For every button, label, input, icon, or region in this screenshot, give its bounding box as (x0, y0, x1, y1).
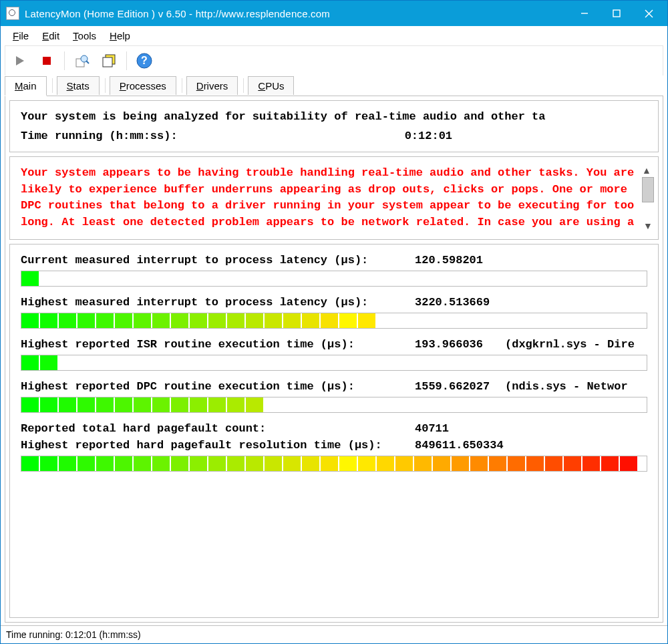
menu-help[interactable]: Help (103, 29, 137, 43)
svg-line-8 (86, 61, 89, 63)
summary-panel: Your system is being analyzed for suitab… (9, 100, 659, 152)
metric-row: Highest reported ISR routine execution t… (21, 338, 647, 371)
metric-value: 1559.662027 (415, 380, 505, 393)
svg-rect-5 (43, 57, 51, 65)
metric-label: Highest reported ISR routine execution t… (21, 338, 415, 351)
svg-marker-4 (16, 56, 24, 65)
client-area: Your system is being analyzed for suitab… (5, 96, 663, 623)
tab-stats[interactable]: Stats (57, 76, 100, 95)
start-button[interactable] (11, 51, 29, 70)
pagefault-count-label: Reported total hard pagefault count: (21, 422, 415, 435)
menu-tools[interactable]: Tools (66, 29, 103, 43)
metric-value: 3220.513669 (415, 296, 505, 309)
metric-row: Highest reported DPC routine execution t… (21, 380, 647, 413)
menu-file[interactable]: File (6, 29, 35, 43)
tab-drivers[interactable]: Drivers (186, 76, 238, 95)
app-icon (6, 7, 19, 20)
minimize-button[interactable] (568, 1, 601, 26)
metric-row: Current measured interrupt to process la… (21, 254, 647, 287)
metric-bar (21, 271, 647, 287)
menu-bar: FileEditToolsHelp (1, 26, 667, 45)
warning-scrollbar[interactable]: ▲ ▼ (641, 165, 655, 231)
pagefault-bar (21, 456, 647, 472)
pagefault-time-value: 849611.650334 (415, 439, 505, 452)
metric-label: Highest measured interrupt to process la… (21, 296, 415, 309)
tab-processes[interactable]: Processes (110, 76, 176, 95)
metric-source: (ndis.sys - Networ (505, 380, 647, 393)
close-button[interactable] (633, 1, 665, 26)
metric-row: Highest measured interrupt to process la… (21, 296, 647, 329)
summary-line: Your system is being analyzed for suitab… (21, 110, 647, 123)
svg-rect-10 (103, 57, 112, 67)
toolbar: ? (5, 45, 663, 75)
time-running-label: Time running (h:mm:ss): (21, 130, 178, 142)
windows-tool-icon[interactable] (100, 51, 118, 70)
title-bar[interactable]: LatencyMon (Home Edition ) v 6.50 - http… (1, 1, 667, 26)
warning-text: Your system appears to be having trouble… (21, 165, 641, 231)
svg-rect-1 (613, 10, 620, 17)
help-button[interactable]: ? (135, 51, 154, 70)
scroll-down-icon[interactable]: ▼ (643, 220, 653, 231)
maximize-button[interactable] (601, 1, 633, 26)
metric-bar (21, 355, 647, 371)
app-window: LatencyMon (Home Edition ) v 6.50 - http… (0, 0, 668, 644)
pagefault-time-label: Highest reported hard pagefault resoluti… (21, 439, 415, 452)
metric-value: 120.598201 (415, 254, 505, 267)
metric-label: Highest reported DPC routine execution t… (21, 380, 415, 393)
menu-edit[interactable]: Edit (35, 29, 66, 43)
pagefault-count-value: 40711 (415, 422, 505, 435)
window-title: LatencyMon (Home Edition ) v 6.50 - http… (25, 8, 568, 19)
scroll-thumb[interactable] (642, 177, 654, 202)
tab-main[interactable]: Main (5, 76, 47, 96)
pagefault-row: Reported total hard pagefault count:4071… (21, 422, 647, 472)
metric-source: (dxgkrnl.sys - Dire (505, 338, 647, 351)
time-running-value: 0:12:01 (405, 130, 452, 142)
metric-label: Current measured interrupt to process la… (21, 254, 415, 267)
status-bar: Time running: 0:12:01 (h:mm:ss) (1, 625, 667, 643)
search-tool-icon[interactable] (73, 51, 92, 70)
stop-button[interactable] (37, 51, 56, 70)
metric-value: 193.966036 (415, 338, 505, 351)
metric-bar (21, 397, 647, 413)
metrics-panel: Current measured interrupt to process la… (9, 244, 659, 618)
tab-cpus[interactable]: CPUs (248, 76, 294, 95)
scroll-up-icon[interactable]: ▲ (642, 165, 654, 176)
svg-text:?: ? (141, 55, 148, 66)
warning-panel: Your system appears to be having trouble… (9, 156, 659, 240)
tab-strip: MainStatsProcessesDriversCPUs (1, 75, 667, 96)
metric-bar (21, 313, 647, 329)
status-text: Time running: 0:12:01 (h:mm:ss) (6, 629, 141, 640)
